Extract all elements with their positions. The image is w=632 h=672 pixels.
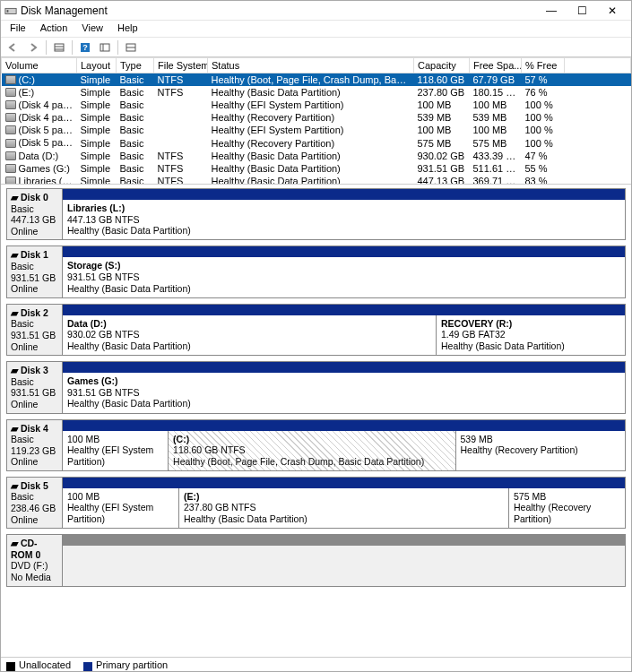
table-row[interactable]: (E:) Simple Basic NTFS Healthy (Basic Da…: [2, 86, 631, 99]
view-list-icon[interactable]: [50, 39, 68, 56]
cell-type: Basic: [117, 124, 154, 136]
properties-icon[interactable]: [96, 39, 114, 56]
volume-name: Games (G:): [19, 163, 70, 174]
col-pct[interactable]: % Free: [522, 58, 565, 73]
col-type[interactable]: Type: [117, 58, 154, 73]
cell-fs: NTFS: [154, 150, 208, 162]
partition[interactable]: Libraries (L:) 447.13 GB NTFS Healthy (B…: [63, 200, 625, 239]
col-layout[interactable]: Layout: [77, 58, 117, 73]
disk-label[interactable]: ▰ Disk 5 Basic 238.46 GB Online: [6, 477, 62, 529]
volume-name: (C:): [19, 74, 35, 85]
layout-icon[interactable]: [122, 39, 140, 56]
disk-icon: ▰: [11, 480, 18, 491]
disk-label[interactable]: ▰ CD-ROM 0 DVD (F:) No Media: [6, 534, 62, 586]
table-row[interactable]: Games (G:) Simple Basic NTFS Healthy (Ba…: [2, 162, 631, 175]
cell-layout: Simple: [77, 111, 117, 124]
maximize-button[interactable]: ☐: [567, 2, 597, 20]
table-row[interactable]: Data (D:) Simple Basic NTFS Healthy (Bas…: [2, 150, 631, 162]
disk-row[interactable]: ▰ Disk 4 Basic 119.23 GB Online 100 MB H…: [6, 419, 626, 471]
help-icon[interactable]: ?: [76, 39, 94, 56]
disk-icon: ▰: [11, 249, 18, 260]
cell-capacity: 539 MB: [414, 111, 470, 124]
partition-name: Games (G:): [67, 375, 620, 387]
partition-info: 118.60 GB NTFS: [173, 444, 450, 456]
col-fs[interactable]: File System: [154, 58, 208, 73]
partition[interactable]: Data (D:) 930.02 GB NTFS Healthy (Basic …: [63, 315, 437, 355]
col-capacity[interactable]: Capacity: [414, 58, 470, 73]
disk-row[interactable]: ▰ CD-ROM 0 DVD (F:) No Media: [6, 534, 626, 586]
disk-size: 931.51 GB: [11, 387, 58, 399]
table-row[interactable]: (Disk 4 partition 1) Simple Basic Health…: [2, 99, 631, 111]
disk-row[interactable]: ▰ Disk 0 Basic 447.13 GB Online Librarie…: [6, 188, 626, 240]
disk-label[interactable]: ▰ Disk 2 Basic 931.51 GB Online: [6, 304, 62, 356]
partition[interactable]: 100 MB Healthy (EFI System Partition): [63, 488, 179, 528]
menu-file[interactable]: File: [3, 21, 33, 37]
partition-name: Data (D:): [67, 318, 431, 330]
cell-pct: 100 %: [522, 136, 565, 149]
volume-icon: [5, 177, 16, 185]
col-volume[interactable]: Volume: [2, 58, 77, 73]
close-button[interactable]: ✕: [597, 2, 628, 20]
disk-label[interactable]: ▰ Disk 3 Basic 931.51 GB Online: [6, 361, 62, 413]
cell-pct: 55 %: [522, 162, 565, 175]
disk-size: 931.51 GB: [11, 272, 58, 284]
partition[interactable]: 539 MB Healthy (Recovery Partition): [456, 431, 626, 470]
disk-state: Online: [11, 283, 58, 295]
partition-info: 237.80 GB NTFS: [184, 502, 504, 513]
cell-pct: 57 %: [522, 73, 565, 87]
table-row[interactable]: Libraries (L:) Simple Basic NTFS Healthy…: [2, 175, 631, 185]
col-free[interactable]: Free Spa...: [470, 58, 522, 73]
partition[interactable]: Games (G:) 931.51 GB NTFS Healthy (Basic…: [63, 373, 625, 412]
table-row[interactable]: (Disk 5 partition 4) Simple Basic Health…: [2, 136, 631, 149]
disk-partitions: Libraries (L:) 447.13 GB NTFS Healthy (B…: [63, 200, 625, 239]
partition-name: (C:): [173, 434, 450, 445]
forward-button[interactable]: [24, 39, 42, 56]
volume-icon: [5, 125, 16, 134]
disk-row[interactable]: ▰ Disk 2 Basic 931.51 GB Online Data (D:…: [6, 304, 626, 356]
disk-body: Libraries (L:) 447.13 GB NTFS Healthy (B…: [62, 188, 626, 240]
disk-bar: [63, 189, 625, 200]
disk-partitions: 100 MB Healthy (EFI System Partition) (C…: [63, 431, 625, 470]
disk-label[interactable]: ▰ Disk 1 Basic 931.51 GB Online: [6, 246, 62, 297]
volume-list-pane[interactable]: Volume Layout Type File System Status Ca…: [1, 57, 631, 185]
disk-body: Games (G:) 931.51 GB NTFS Healthy (Basic…: [62, 361, 626, 413]
cell-fs: NTFS: [154, 86, 208, 99]
partition[interactable]: 575 MB Healthy (Recovery Partition): [509, 488, 625, 528]
disk-row[interactable]: ▰ Disk 3 Basic 931.51 GB Online Games (G…: [6, 361, 626, 413]
disk-icon: ▰: [11, 365, 18, 375]
partition[interactable]: (C:) 118.60 GB NTFS Healthy (Boot, Page …: [169, 431, 455, 470]
disk-label[interactable]: ▰ Disk 0 Basic 447.13 GB Online: [6, 188, 62, 240]
partition[interactable]: RECOVERY (R:) 1.49 GB FAT32 Healthy (Bas…: [437, 315, 625, 355]
menu-action[interactable]: Action: [33, 21, 75, 37]
disk-graphic-pane[interactable]: ▰ Disk 0 Basic 447.13 GB Online Librarie…: [1, 185, 631, 657]
volume-icon: [5, 88, 16, 97]
disk-row[interactable]: ▰ Disk 1 Basic 931.51 GB Online Storage …: [6, 246, 626, 297]
partition-name: Libraries (L:): [67, 202, 620, 214]
partition[interactable]: 100 MB Healthy (EFI System Partition): [63, 431, 169, 470]
disk-icon: ▰: [11, 192, 18, 202]
cell-type: Basic: [117, 136, 154, 149]
table-row[interactable]: (Disk 4 partition 4) Simple Basic Health…: [2, 111, 631, 124]
menu-view[interactable]: View: [74, 21, 110, 37]
volume-icon: [5, 164, 16, 173]
minimize-button[interactable]: —: [536, 2, 567, 20]
cell-type: Basic: [117, 99, 154, 111]
disk-size: 119.23 GB: [11, 445, 58, 457]
partition[interactable]: (E:) 237.80 GB NTFS Healthy (Basic Data …: [179, 488, 509, 528]
disk-icon: ▰: [11, 423, 18, 434]
col-status[interactable]: Status: [208, 58, 414, 73]
cell-status: Healthy (Basic Data Partition): [208, 175, 414, 185]
menu-help[interactable]: Help: [110, 21, 145, 37]
table-row[interactable]: (Disk 5 partition 1) Simple Basic Health…: [2, 124, 631, 136]
disk-row[interactable]: ▰ Disk 5 Basic 238.46 GB Online 100 MB H…: [6, 477, 626, 529]
disk-name: ▰ Disk 5: [11, 480, 58, 492]
disk-label[interactable]: ▰ Disk 4 Basic 119.23 GB Online: [6, 419, 62, 471]
disk-state: Online: [11, 341, 58, 353]
disk-type: DVD (F:): [11, 560, 58, 572]
partition[interactable]: Storage (S:) 931.51 GB NTFS Healthy (Bas…: [63, 257, 625, 297]
table-row[interactable]: (C:) Simple Basic NTFS Healthy (Boot, Pa…: [2, 73, 631, 87]
back-button[interactable]: [4, 39, 22, 56]
volume-table[interactable]: Volume Layout Type File System Status Ca…: [1, 57, 631, 185]
legend-footer: Unallocated Primary partition: [1, 657, 631, 672]
disk-bar: [63, 362, 625, 373]
